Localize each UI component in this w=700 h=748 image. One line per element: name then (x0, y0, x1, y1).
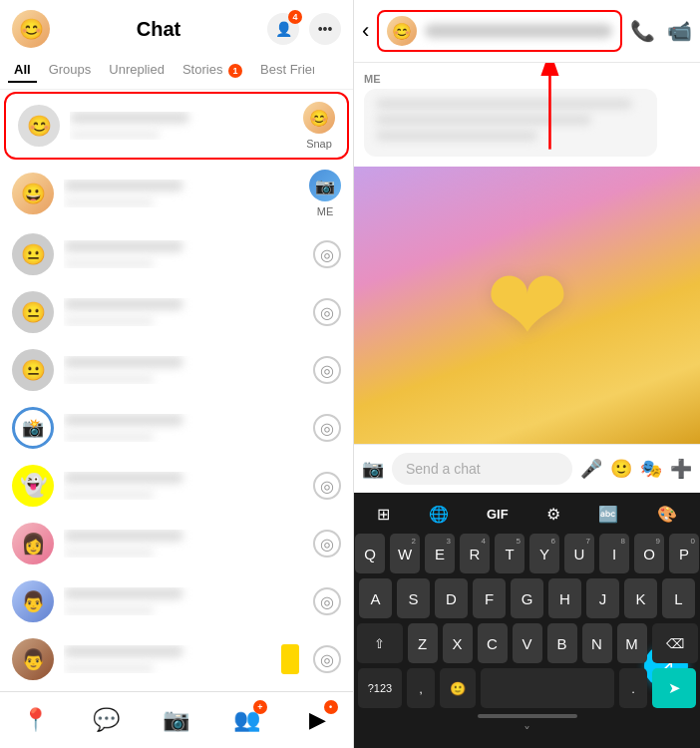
key-g[interactable]: G (511, 578, 543, 618)
key-p[interactable]: P0 (669, 534, 699, 573)
chat-preview (64, 432, 154, 442)
key-d[interactable]: D (435, 578, 468, 618)
chat-info (70, 112, 293, 140)
key-o[interactable]: O9 (634, 534, 664, 573)
avatar: 📸 (12, 407, 54, 449)
keyboard-row-3: ⇧ Z X C V B N M ⌫ (358, 623, 696, 663)
chat-item[interactable]: 👨 ◎ (0, 572, 353, 630)
add-friend-button[interactable]: 👤 4 (267, 13, 299, 45)
emoji-icon[interactable]: 🙂 (610, 458, 632, 480)
keyboard-dismiss[interactable]: ˅ (358, 720, 696, 742)
chat-info (64, 472, 303, 500)
key-u[interactable]: U7 (564, 534, 594, 573)
keyboard-toolbar: ⊞ 🌐 GIF ⚙ 🔤 🎨 (358, 499, 696, 534)
key-t[interactable]: T5 (495, 534, 525, 573)
tab-unreplied[interactable]: Unreplied (103, 58, 171, 83)
chat-item[interactable]: 😐 ◎ (0, 283, 353, 341)
key-z[interactable]: Z (408, 623, 438, 663)
key-v[interactable]: V (513, 623, 542, 663)
snap-icon: ◎ (313, 298, 341, 326)
message-text-line (376, 99, 632, 109)
key-q[interactable]: Q (355, 534, 385, 573)
comma-key[interactable]: , (407, 668, 435, 708)
period-key[interactable]: . (619, 668, 647, 708)
contact-name (425, 24, 612, 38)
bitmoji-icon[interactable]: 🎭 (640, 458, 662, 480)
microphone-icon[interactable]: 🎤 (580, 458, 602, 480)
key-i[interactable]: I8 (599, 534, 629, 573)
chat-info (64, 180, 299, 207)
chat-item[interactable]: 😀 📷 ME (0, 162, 353, 225)
chat-input[interactable]: Send a chat (392, 453, 572, 485)
chat-info (64, 587, 303, 615)
key-j[interactable]: J (586, 578, 619, 618)
add-friend-badge: 4 (288, 10, 302, 24)
tab-stories[interactable]: Stories 1 (176, 58, 248, 83)
emoji-key[interactable]: 🙂 (440, 668, 476, 708)
input-bar: 📷 Send a chat 🎤 🙂 🎭 ➕ (354, 444, 700, 493)
chat-item[interactable]: 👨 ◎ (0, 630, 353, 688)
chat-info (64, 645, 271, 673)
key-l[interactable]: L (662, 578, 695, 618)
chat-item[interactable]: 📸 ◎ (0, 399, 353, 457)
user-avatar[interactable]: 😊 (12, 10, 50, 48)
send-key[interactable]: ➤ (652, 668, 696, 708)
theme-icon[interactable]: 🎨 (651, 503, 683, 526)
key-k[interactable]: K (624, 578, 657, 618)
chat-item[interactable]: 👩 ◎ (0, 515, 353, 572)
more-options-button[interactable]: ••• (309, 13, 341, 45)
key-b[interactable]: B (547, 623, 577, 663)
chat-preview (64, 663, 154, 673)
tab-groups[interactable]: Groups (43, 58, 98, 83)
key-r[interactable]: R4 (460, 534, 490, 573)
key-w[interactable]: W2 (390, 534, 420, 573)
translate-icon[interactable]: 🔤 (592, 503, 624, 526)
key-h[interactable]: H (548, 578, 581, 618)
backspace-key[interactable]: ⌫ (652, 623, 698, 663)
chat-item[interactable]: 😐 ◎ (0, 225, 353, 283)
space-key[interactable] (481, 668, 614, 708)
key-a[interactable]: A (359, 578, 392, 618)
chat-info (64, 414, 303, 442)
key-n[interactable]: N (582, 623, 612, 663)
contact-name (64, 180, 183, 191)
number-key[interactable]: ?123 (358, 668, 402, 708)
snap-icon: ◎ (313, 240, 341, 268)
avatar: 😐 (12, 233, 54, 275)
nav-chat[interactable]: 💬 (88, 702, 124, 738)
discover-icon: ▶ (309, 707, 326, 733)
nav-map[interactable]: 📍 (17, 702, 53, 738)
key-s[interactable]: S (397, 578, 430, 618)
gif-button[interactable]: GIF (481, 505, 515, 524)
nav-camera[interactable]: 📷 (159, 702, 194, 738)
chat-item[interactable]: 😊 😊 Snap (4, 92, 349, 160)
chat-preview (64, 605, 154, 615)
keyboard-layout-icon[interactable]: ⊞ (371, 503, 396, 526)
header-call-actions: 📞 📹 (630, 19, 692, 43)
key-y[interactable]: Y6 (529, 534, 559, 573)
back-button[interactable]: ‹ (362, 18, 369, 44)
tab-all[interactable]: All (8, 58, 37, 83)
chat-item[interactable]: 👻 ◎ (0, 457, 353, 515)
key-x[interactable]: X (443, 623, 473, 663)
key-e[interactable]: E3 (425, 534, 455, 573)
add-friend-icon: 👤 (275, 21, 292, 37)
video-call-button[interactable]: 📹 (667, 19, 692, 43)
key-m[interactable]: M (617, 623, 647, 663)
camera-input-icon[interactable]: 📷 (362, 458, 384, 480)
nav-friends[interactable]: 👥 + (229, 702, 265, 738)
call-button[interactable]: 📞 (630, 19, 655, 43)
key-c[interactable]: C (478, 623, 508, 663)
keyboard-settings-icon[interactable]: ⚙ (540, 503, 566, 526)
nav-discover[interactable]: ▶ • (300, 702, 336, 738)
shift-key[interactable]: ⇧ (357, 623, 403, 663)
keyboard-emoji-icon[interactable]: 🌐 (423, 503, 455, 526)
tab-best-friends[interactable]: Best Friends (254, 58, 314, 83)
chat-item[interactable]: 😐 ◎ (0, 341, 353, 399)
key-f[interactable]: F (473, 578, 506, 618)
snap-icon: ◎ (313, 414, 341, 442)
chat-tabs: All Groups Unreplied Stories 1 Best Frie… (0, 58, 353, 90)
send-icon: ➤ (668, 679, 681, 697)
add-icon[interactable]: ➕ (670, 458, 692, 480)
contact-header-box[interactable]: 😊 (377, 10, 622, 52)
